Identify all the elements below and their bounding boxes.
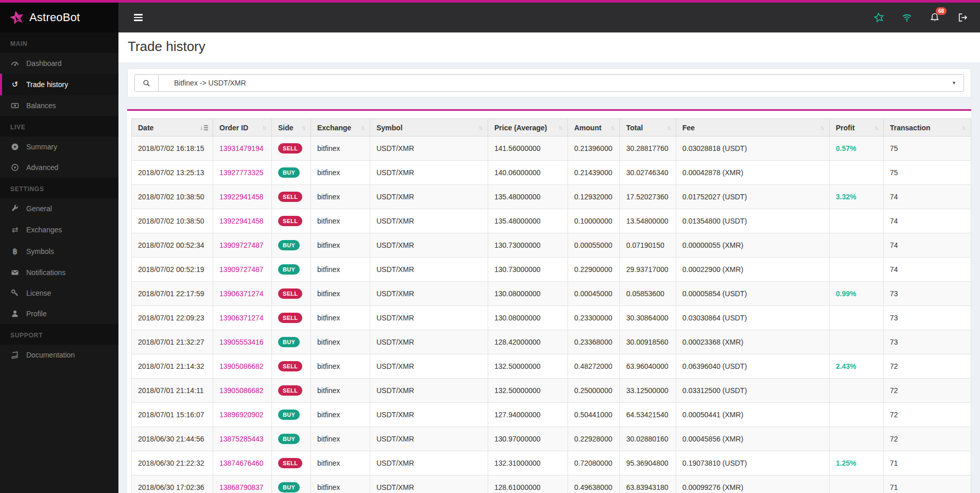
order-id-link[interactable]: 13931479194 (219, 144, 264, 152)
column-header-transaction[interactable]: Transaction↑↓ (884, 119, 971, 137)
sidebar-item-license[interactable]: License (0, 283, 118, 303)
column-label: Exchange (317, 124, 351, 132)
order-id-link[interactable]: 13874676460 (219, 459, 264, 467)
sidebar-item-documentation[interactable]: Documentation (0, 345, 118, 365)
cell-order_id: 13875285443 (213, 427, 272, 451)
title-band: Trade history (118, 32, 980, 62)
sidebar-item-general[interactable]: General (0, 198, 118, 219)
column-label: Profit (836, 124, 855, 132)
sort-toggle-icon: ↑↓ (961, 124, 966, 131)
cell-order_id: 13927773325 (213, 161, 272, 185)
cell-amount: 0.12932000 (568, 185, 620, 209)
order-id-link[interactable]: 13906371274 (219, 290, 264, 298)
cell-symbol: USDT/XMR (370, 137, 488, 161)
column-header-total[interactable]: Total↑↓ (620, 119, 676, 137)
order-id-link[interactable]: 13909727487 (219, 241, 264, 249)
order-id-link[interactable]: 13875285443 (219, 435, 264, 443)
book-icon (10, 351, 20, 359)
pair-select[interactable]: Bitfinex -> USDT/XMR ▼ (159, 75, 964, 91)
side-badge-buy: BUY (278, 240, 300, 250)
column-header-side[interactable]: Side↑↓ (272, 119, 311, 137)
cell-amount: 0.21396000 (568, 137, 620, 161)
brand[interactable]: AstreoBot (0, 3, 118, 32)
sidebar-item-dashboard[interactable]: Dashboard (0, 53, 118, 74)
cell-order_id: 13896920902 (213, 403, 272, 427)
cell-order_id: 13874676460 (213, 451, 272, 475)
envelope-icon (10, 268, 20, 277)
sidebar-item-advanced[interactable]: Advanced (0, 157, 118, 178)
sidebar-item-label: Trade history (26, 80, 68, 89)
order-id-link[interactable]: 13922941458 (219, 217, 264, 225)
cell-total: 0.05853600 (620, 282, 676, 306)
cell-amount: 0.23300000 (568, 306, 620, 330)
side-badge-sell: SELL (278, 192, 302, 202)
cell-transaction: 74 (884, 185, 971, 209)
column-header-price[interactable]: Price (Average)↑↓ (488, 119, 568, 137)
order-id-link[interactable]: 13905086682 (219, 386, 264, 395)
cell-transaction: 72 (884, 403, 971, 427)
cell-price: 132.31000000 (488, 451, 568, 475)
cell-price: 130.73000000 (488, 233, 568, 258)
column-header-exchange[interactable]: Exchange↑↓ (311, 119, 370, 137)
cell-date: 2018/07/02 00:52:34 (132, 233, 213, 258)
bell-icon[interactable]: 68 (930, 12, 940, 23)
order-id-link[interactable]: 13906371274 (219, 314, 264, 322)
topbar: 68 (118, 3, 980, 32)
column-header-profit[interactable]: Profit↑↓ (830, 119, 884, 137)
cell-fee: 0.03312500 (USDT) (676, 379, 830, 403)
cell-order_id: 13909727487 (213, 233, 272, 258)
sidebar-item-profile[interactable]: Profile (0, 303, 118, 324)
column-header-fee[interactable]: Fee↑↓ (676, 119, 830, 137)
column-header-amount[interactable]: Amount↑↓ (568, 119, 620, 137)
cell-date: 2018/06/30 21:22:32 (132, 451, 213, 475)
sidebar-item-summary[interactable]: Summary (0, 137, 118, 157)
order-id-link[interactable]: 13868790837 (219, 483, 264, 491)
order-id-link[interactable]: 13905553416 (219, 338, 264, 346)
cell-transaction: 75 (884, 137, 971, 161)
cell-fee: 0.19073810 (USDT) (676, 451, 830, 475)
play-circle-icon (10, 143, 20, 151)
cell-date: 2018/07/01 22:17:59 (132, 282, 213, 306)
order-id-link[interactable]: 13927773325 (219, 168, 264, 177)
cell-side: BUY (272, 427, 311, 451)
cell-side: BUY (272, 233, 311, 258)
order-id-link[interactable]: 13905086682 (219, 362, 264, 370)
profit-value: 3.32% (836, 193, 856, 201)
column-header-order_id[interactable]: Order ID↑↓ (213, 119, 272, 137)
cell-total: 63.96040000 (620, 354, 676, 379)
menu-toggle-button[interactable] (131, 9, 146, 26)
sidebar-item-label: Summary (26, 143, 57, 151)
cell-side: SELL (272, 209, 311, 233)
column-header-symbol[interactable]: Symbol↑↓ (370, 119, 488, 137)
cell-date: 2018/07/01 21:32:27 (132, 330, 213, 354)
search-icon (135, 75, 159, 91)
cell-profit: 3.32% (830, 185, 884, 209)
cell-order_id: 13906371274 (213, 306, 272, 330)
bot-star-icon[interactable] (874, 12, 884, 23)
sidebar-section-live: LIVE Summary Advanced (0, 116, 118, 178)
cell-fee: 0.00023368 (XMR) (676, 330, 830, 354)
section-label-main: MAIN (0, 32, 118, 53)
profit-value: 2.43% (836, 362, 856, 370)
cell-total: 0.07190150 (620, 233, 676, 258)
column-header-date[interactable]: Date↓ (132, 119, 213, 137)
sidebar-item-balances[interactable]: Balances (0, 95, 118, 116)
sort-toggle-icon: ↑↓ (478, 124, 483, 131)
sidebar-item-trade-history[interactable]: ↺ Trade history (0, 74, 118, 95)
key-icon (10, 289, 20, 297)
cell-amount: 0.49638000 (568, 475, 620, 493)
sidebar-item-exchanges[interactable]: ⇄ Exchanges (0, 219, 118, 241)
cell-order_id: 13922941458 (213, 185, 272, 209)
trade-row: 2018/06/30 17:02:3613868790837BUYbitfine… (132, 475, 971, 493)
order-id-link[interactable]: 13922941458 (219, 193, 264, 201)
sidebar-item-symbols[interactable]: ฿ Symbols (0, 241, 118, 262)
cell-price: 135.48000000 (488, 209, 568, 233)
sidebar-item-notifications[interactable]: Notifications (0, 262, 118, 283)
cell-exchange: bitfinex (311, 427, 370, 451)
wifi-icon[interactable] (902, 12, 912, 23)
order-id-link[interactable]: 13909727487 (219, 265, 264, 274)
logout-icon[interactable] (957, 12, 968, 23)
column-label: Amount (574, 124, 601, 132)
order-id-link[interactable]: 13896920902 (219, 411, 264, 419)
profit-value: 0.99% (836, 290, 856, 298)
